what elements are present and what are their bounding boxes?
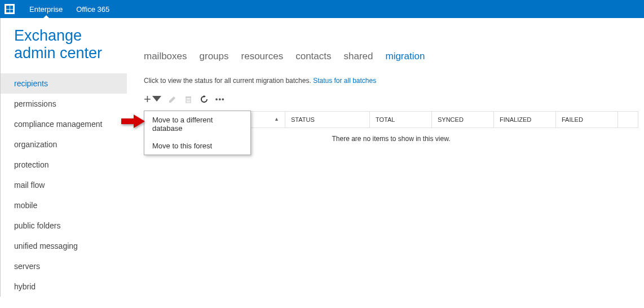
tab-resources[interactable]: resources	[241, 51, 284, 62]
sidebar-item-permissions[interactable]: permissions	[1, 94, 127, 114]
sidebar-item-public-folders[interactable]: public folders	[1, 215, 127, 236]
table-area: Move to a different database Move to thi…	[144, 111, 638, 149]
new-dropdown-menu: Move to a different database Move to thi…	[144, 111, 251, 155]
refresh-button[interactable]	[200, 95, 209, 104]
svg-marker-7	[121, 115, 145, 128]
sub-tabs: mailboxes groups resources contacts shar…	[144, 47, 638, 77]
page-title: Exchange admin center	[14, 27, 127, 62]
top-bar: Enterprise Office 365	[0, 0, 644, 18]
sidebar-item-compliance-management[interactable]: compliance management	[1, 114, 127, 134]
trash-icon	[184, 95, 193, 104]
menu-item-move-different-database[interactable]: Move to a different database	[144, 111, 250, 137]
help-text-prefix: Click to view the status for all current…	[144, 77, 313, 85]
sidebar-item-unified-messaging[interactable]: unified messaging	[1, 236, 127, 256]
svg-marker-0	[152, 96, 161, 102]
edit-button[interactable]	[168, 95, 177, 104]
left-column: Exchange admin center recipients permiss…	[1, 18, 127, 297]
caret-down-icon	[152, 93, 161, 105]
sidebar-item-protection[interactable]: protection	[1, 155, 127, 175]
main-content: mailboxes groups resources contacts shar…	[127, 18, 644, 297]
tab-contacts[interactable]: contacts	[295, 51, 331, 62]
sidebar-item-mail-flow[interactable]: mail flow	[1, 175, 127, 195]
sidebar-item-hybrid[interactable]: hybrid	[1, 276, 127, 297]
toolbar: + •••	[144, 90, 638, 111]
svg-marker-6	[204, 95, 206, 98]
office-logo-icon	[5, 4, 15, 14]
sidebar-item-organization[interactable]: organization	[1, 134, 127, 155]
column-header-failed[interactable]: FAILED	[556, 112, 618, 128]
column-header-spacer	[618, 112, 638, 128]
sidebar-item-servers[interactable]: servers	[1, 256, 127, 276]
tab-migration[interactable]: migration	[385, 51, 425, 62]
topbar-tab-office365[interactable]: Office 365	[69, 0, 116, 18]
page-body: Exchange admin center recipients permiss…	[0, 18, 644, 297]
new-button[interactable]: +	[144, 93, 161, 105]
sidebar-item-recipients[interactable]: recipients	[1, 73, 127, 94]
callout-arrow-icon	[120, 113, 145, 131]
pencil-icon	[168, 95, 177, 104]
page-title-row: Exchange admin center	[1, 18, 127, 73]
plus-icon: +	[144, 95, 151, 103]
column-header-status[interactable]: STATUS	[285, 112, 370, 128]
svg-rect-2	[186, 96, 191, 98]
column-header-total[interactable]: TOTAL	[370, 112, 432, 128]
ellipsis-icon: •••	[215, 95, 225, 103]
status-all-batches-link[interactable]: Status for all batches	[313, 77, 376, 85]
topbar-tab-enterprise[interactable]: Enterprise	[23, 0, 69, 18]
refresh-icon	[200, 95, 209, 104]
sidebar: recipients permissions compliance manage…	[1, 73, 127, 297]
sidebar-item-mobile[interactable]: mobile	[1, 195, 127, 215]
delete-button[interactable]	[184, 95, 193, 104]
help-text: Click to view the status for all current…	[144, 77, 638, 85]
column-header-synced[interactable]: SYNCED	[432, 112, 494, 128]
tab-mailboxes[interactable]: mailboxes	[144, 51, 187, 62]
tab-groups[interactable]: groups	[200, 51, 229, 62]
menu-item-move-this-forest[interactable]: Move to this forest	[144, 137, 250, 155]
tab-shared[interactable]: shared	[343, 51, 373, 62]
column-header-finalized[interactable]: FINALIZED	[494, 112, 556, 128]
more-button[interactable]: •••	[215, 95, 225, 103]
sort-asc-icon: ▲	[274, 116, 279, 122]
